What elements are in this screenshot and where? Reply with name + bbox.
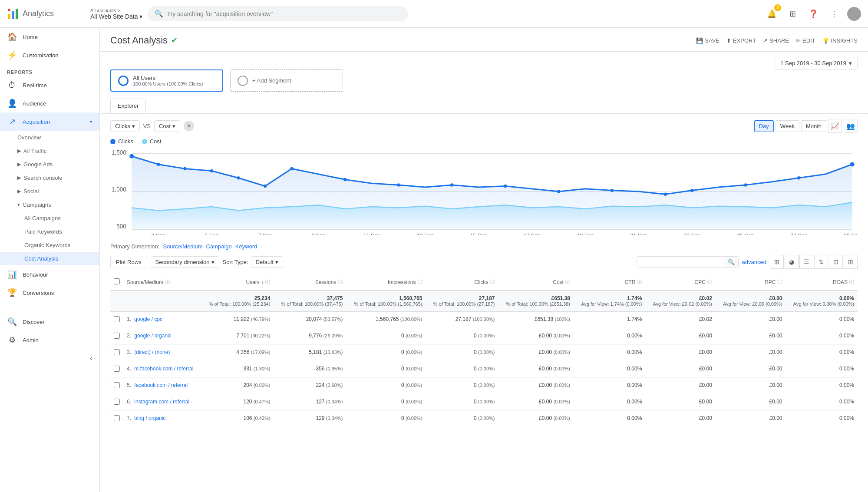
plot-rows-button[interactable]: Plot Rows [110,256,147,268]
all-users-segment[interactable]: All Users 100.00% Users (100.00% Clicks) [110,69,223,92]
add-segment-button[interactable]: + Add Segment [230,69,343,92]
search-input[interactable] [167,10,401,17]
row-users-3: 331 (1.30%) [201,361,274,378]
account-selector[interactable]: All accounts > All Web Site Data ▾ [90,8,142,20]
advanced-link[interactable]: advanced [742,259,766,265]
row-source-6[interactable]: bing / organic [134,415,165,421]
impressions-info-icon[interactable]: ⓘ [418,279,422,285]
row-checkbox-5[interactable] [114,399,120,405]
bar-chart-button[interactable]: 👥 [844,119,858,133]
table-search-box[interactable]: 🔍 [637,256,739,268]
row-source-1[interactable]: google / organic [134,333,171,339]
sidebar-item-organic-keywords[interactable]: Organic Keywords [0,238,99,252]
user-avatar[interactable] [847,7,861,21]
export-button[interactable]: ⬆ EXPORT [726,37,756,44]
sessions-info-icon[interactable]: ⓘ [338,279,343,285]
save-button[interactable]: 💾 SAVE [696,37,719,44]
sidebar-item-campaigns[interactable]: ▾ Campaigns [0,198,99,211]
secondary-dimension-dropdown[interactable]: Secondary dimension ▾ [151,256,219,268]
row-source-2[interactable]: (direct) / (none) [134,349,170,355]
sidebar-item-realtime[interactable]: ⏱ Real-time [0,76,99,94]
list-view-button[interactable]: ☰ [799,255,813,269]
sidebar-realtime-label: Real-time [23,82,47,89]
collapse-icon: ‹ [90,353,92,363]
sidebar-item-home[interactable]: 🏠 Home [0,28,99,46]
dim-keyword[interactable]: Keyword [235,243,257,250]
sidebar-item-all-campaigns[interactable]: All Campaigns [0,211,99,225]
sort-type-dropdown[interactable]: Default ▾ [251,256,283,268]
line-chart-button[interactable]: 📈 [828,119,842,133]
sidebar-item-google-ads[interactable]: ▶ Google Ads [0,158,99,171]
cost-info-icon[interactable]: ⓘ [565,279,570,285]
table-search-button[interactable]: 🔍 [724,257,738,267]
sidebar-item-search-console[interactable]: ▶ Search console [0,171,99,185]
row-source-5[interactable]: instagram.com / referral [134,399,189,405]
row-impressions-3: 0 (0.00%) [346,361,426,378]
sidebar-item-discover[interactable]: 🔍 Discover [0,313,99,331]
row-checkbox-6[interactable] [114,415,120,421]
period-month-button[interactable]: Month [801,120,826,132]
period-day-button[interactable]: Day [754,120,774,132]
row-source-4[interactable]: facebook.com / referral [134,382,188,388]
sidebar-item-social[interactable]: ▶ Social [0,185,99,198]
row-num: 4. [127,366,131,372]
totals-clicks: 27,187 [479,295,495,301]
svg-text:15 Sep: 15 Sep [470,233,487,235]
row-cost-0: £651.38 (100%) [498,311,573,328]
scatter-view-button[interactable]: ⊞ [844,255,858,269]
metric2-dropdown[interactable]: Cost ▾ [154,120,180,132]
sidebar-item-acquisition[interactable]: ↗ Acquisition ▾ [0,112,99,131]
rpc-info-icon[interactable]: ⓘ [778,279,782,285]
compare-view-button[interactable]: ⇅ [814,255,828,269]
more-button[interactable]: ⋮ [826,6,842,22]
tab-explorer[interactable]: Explorer [110,99,146,113]
svg-point-30 [797,176,800,180]
dim-source-medium[interactable]: Source/Medium [163,243,202,250]
sidebar-item-admin[interactable]: ⚙ Admin [0,331,99,349]
dim-campaign[interactable]: Campaign [206,243,231,250]
table-search-input[interactable] [637,257,724,267]
notifications-button[interactable]: 🔔 2 [764,6,779,22]
row-checkbox-1[interactable] [114,333,120,339]
row-cpc-5: £0.00 [645,394,716,411]
roas-info-icon[interactable]: ⓘ [849,279,854,285]
grid-view-button[interactable]: ⊞ [770,255,784,269]
row-checkbox-2[interactable] [114,349,120,355]
totals-cpc: £0.02 [699,295,712,301]
cpc-info-icon[interactable]: ⓘ [707,279,712,285]
metric1-dropdown[interactable]: Clicks ▾ [110,120,140,132]
sidebar-collapse-button[interactable]: ‹ [0,349,99,367]
row-checkbox-3[interactable] [114,366,120,372]
edit-button[interactable]: ✏ EDIT [796,37,815,44]
select-all-checkbox[interactable] [114,278,120,284]
row-checkbox-0[interactable] [114,316,120,322]
global-search[interactable]: 🔍 [148,6,408,21]
apps-button[interactable]: ⊞ [785,6,800,22]
data-table: Source/Medium ⓘ Users ↓ ⓘ [110,274,858,427]
sidebar-item-audience[interactable]: 👤 Audience [0,94,99,112]
pivot-view-button[interactable]: ⊡ [829,255,843,269]
share-button[interactable]: ↗ SHARE [763,37,789,44]
row-source-0[interactable]: google / cpc [134,316,162,322]
sidebar-item-conversions[interactable]: 🏆 Conversions [0,284,99,302]
sidebar-item-overview[interactable]: Overview [0,131,99,144]
sidebar-item-paid-keywords[interactable]: Paid Keywords [0,225,99,238]
users-info-icon[interactable]: ⓘ [265,279,270,285]
row-source-3[interactable]: m.facebook.com / referral [134,366,193,372]
totals-users-pct: % of Total: 100.00% (25,234) [205,301,270,307]
sidebar-item-cost-analysis[interactable]: Cost Analysis [0,252,99,265]
chart-controls-left: Clicks ▾ VS Cost ▾ ✕ [110,120,194,132]
ctr-info-icon[interactable]: ⓘ [637,279,642,285]
row-checkbox-4[interactable] [114,382,120,388]
date-range-picker[interactable]: 1 Sep 2019 - 30 Sep 2019 ▾ [775,57,858,69]
clicks-info-icon[interactable]: ⓘ [490,279,495,285]
insights-button[interactable]: 💡 INSIGHTS [822,37,858,44]
source-medium-info-icon[interactable]: ⓘ [165,279,170,285]
help-button[interactable]: ❓ [805,6,821,22]
sidebar-item-all-traffic[interactable]: ▶ All Traffic [0,144,99,158]
sidebar-item-customisation[interactable]: ⚡ Customisation [0,46,99,64]
period-week-button[interactable]: Week [776,120,799,132]
pie-view-button[interactable]: ◕ [785,255,799,269]
sidebar-item-behaviour[interactable]: 📊 Behaviour [0,265,99,284]
clear-comparison-button[interactable]: ✕ [184,121,194,131]
